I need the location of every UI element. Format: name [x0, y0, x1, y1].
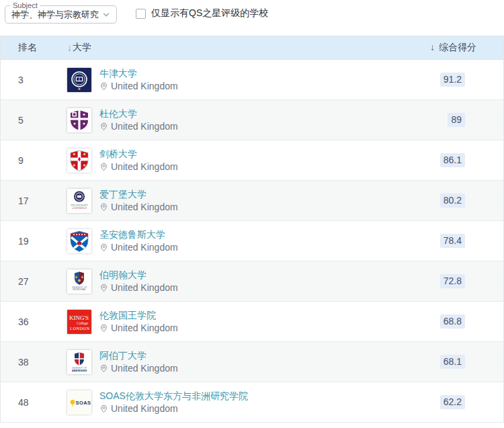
rank-cell: 17: [1, 196, 67, 206]
university-country: United Kingdom: [111, 323, 178, 333]
header-university[interactable]: ↓大学: [67, 42, 382, 54]
qs-stars-filter[interactable]: 仅显示有QS之星评级的学校: [136, 7, 268, 19]
table-body: 3 牛津大学: [1, 60, 503, 423]
table-header-row: 排名 ↓大学 ↓综合得分: [1, 36, 503, 60]
university-logo[interactable]: KING'S College LONDON: [67, 310, 91, 334]
header-score-label: 综合得分: [439, 42, 476, 52]
svg-text:KING'S: KING'S: [69, 314, 89, 321]
svg-text:SOAS: SOAS: [76, 400, 91, 406]
rank-cell: 19: [1, 236, 67, 247]
table-row: 38 UNIVERSITY OF ABERDEEN 阿伯丁大学: [1, 342, 503, 382]
rank-cell: 36: [1, 316, 67, 327]
table-row: 36 KING'S College LONDON 伦敦国王学院: [1, 302, 503, 342]
qs-stars-checkbox-label[interactable]: 仅显示有QS之星评级的学校: [151, 7, 268, 19]
university-country: United Kingdom: [111, 161, 178, 172]
score-badge: 68.1: [440, 355, 465, 369]
table-row: 17 THE UNIVERSITY of EDINBURGH 爱丁堡大学: [1, 181, 503, 221]
score-badge: 86.1: [440, 153, 465, 167]
university-country: United Kingdom: [111, 81, 178, 91]
location-pin-icon: [99, 284, 108, 292]
qs-stars-checkbox[interactable]: [136, 9, 146, 19]
subject-select[interactable]: Subject 神学、神学与宗教研究: [5, 5, 117, 24]
university-name-link[interactable]: 圣安德鲁斯大学: [99, 229, 178, 241]
score-badge: 78.4: [440, 234, 465, 248]
university-country: United Kingdom: [111, 403, 178, 414]
sort-arrow-icon: ↓: [430, 42, 435, 52]
university-logo[interactable]: THE UNIVERSITY of EDINBURGH: [67, 189, 91, 213]
score-badge: 68.8: [440, 314, 465, 329]
header-rank: 排名: [1, 42, 67, 54]
location-pin-icon: [99, 82, 108, 91]
location-pin-icon: [99, 122, 108, 131]
location-pin-icon: [99, 163, 108, 171]
header-university-label: 大学: [73, 42, 91, 54]
header-score[interactable]: ↓综合得分: [382, 42, 503, 54]
svg-text:College: College: [77, 320, 89, 325]
rank-cell: 3: [1, 75, 67, 85]
university-country: United Kingdom: [111, 282, 178, 293]
table-row: 48 SOAS SOAS伦敦大学东方与非洲研究学院: [1, 382, 503, 423]
sort-arrow-icon: ↓: [67, 42, 72, 53]
table-row: 5 杜伦大学: [1, 100, 503, 140]
university-country: United Kingdom: [111, 121, 178, 132]
university-name-link[interactable]: 爱丁堡大学: [99, 189, 178, 200]
table-row: 3 牛津大学: [1, 60, 503, 100]
table-row: 9: [1, 140, 503, 181]
university-logo[interactable]: UNIVERSITY OF BIRMINGHAM: [67, 269, 91, 294]
svg-text:ABERDEEN: ABERDEEN: [72, 368, 87, 372]
svg-text:BIRMINGHAM: BIRMINGHAM: [73, 288, 86, 291]
table-row: 27 UNIVERSITY OF BIRMINGHAM 伯明翰大: [1, 261, 503, 302]
location-pin-icon: [99, 243, 108, 252]
score-badge: 91.2: [440, 73, 465, 87]
university-logo[interactable]: SOAS: [67, 390, 91, 415]
university-logo[interactable]: [67, 148, 91, 173]
chevron-down-icon: [101, 10, 111, 19]
university-name-link[interactable]: 伦敦国王学院: [99, 310, 178, 321]
university-country: United Kingdom: [111, 363, 178, 374]
university-name-link[interactable]: 牛津大学: [99, 68, 178, 79]
location-pin-icon: [99, 404, 108, 413]
svg-text:of EDINBURGH: of EDINBURGH: [72, 206, 87, 209]
score-badge: 62.2: [440, 395, 465, 409]
university-logo[interactable]: [67, 108, 91, 132]
university-country: United Kingdom: [111, 242, 178, 253]
university-country: United Kingdom: [111, 202, 178, 212]
university-logo[interactable]: UNIVERSITY OF ABERDEEN: [67, 350, 91, 374]
rank-cell: 5: [1, 115, 67, 126]
ranking-table: 排名 ↓大学 ↓综合得分 3: [0, 36, 504, 423]
location-pin-icon: [99, 203, 108, 212]
rank-cell: 9: [1, 155, 67, 166]
score-badge: 72.8: [440, 274, 465, 288]
filter-bar: Subject 神学、神学与宗教研究 仅显示有QS之星评级的学校: [0, 0, 504, 36]
table-row: 19: [1, 221, 503, 261]
location-pin-icon: [99, 364, 108, 373]
university-name-link[interactable]: SOAS伦敦大学东方与非洲研究学院: [99, 390, 248, 402]
university-logo[interactable]: [67, 229, 91, 253]
university-name-link[interactable]: 杜伦大学: [99, 108, 178, 120]
university-name-link[interactable]: 剑桥大学: [99, 148, 178, 160]
score-badge: 80.2: [440, 194, 465, 208]
location-pin-icon: [99, 324, 108, 333]
subject-select-value: 神学、神学与宗教研究: [11, 9, 99, 21]
rank-cell: 48: [1, 397, 67, 408]
university-name-link[interactable]: 伯明翰大学: [99, 269, 178, 281]
subject-select-label: Subject: [10, 1, 40, 10]
rank-cell: 27: [1, 276, 67, 287]
rank-cell: 38: [1, 357, 67, 368]
svg-text:LONDON: LONDON: [70, 325, 90, 330]
score-badge: 89: [448, 113, 465, 127]
university-logo[interactable]: [67, 68, 91, 92]
university-name-link[interactable]: 阿伯丁大学: [99, 350, 178, 361]
